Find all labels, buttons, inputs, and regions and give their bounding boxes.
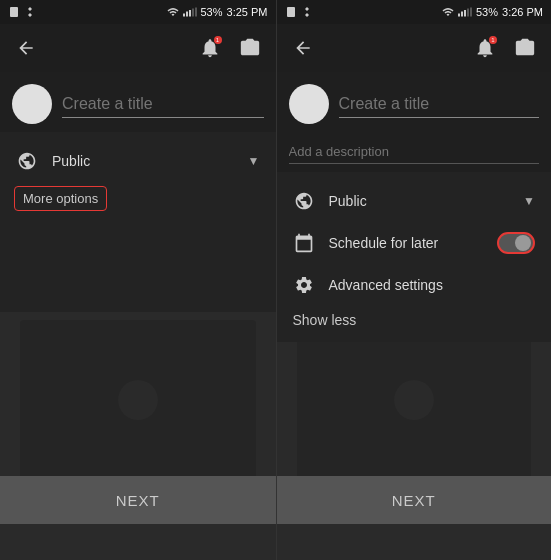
time-2: 3:26 PM <box>502 6 543 18</box>
svg-rect-0 <box>10 7 18 17</box>
action-icons-1: 1 <box>196 34 264 62</box>
description-row <box>277 132 552 172</box>
svg-rect-3 <box>189 10 191 17</box>
bluetooth-icon <box>24 6 36 18</box>
advanced-label: Advanced settings <box>329 277 536 293</box>
visibility-row-2[interactable]: Public ▼ <box>277 180 552 222</box>
camera-icon-2 <box>514 37 536 59</box>
back-icon-1 <box>16 38 36 58</box>
title-input-2[interactable] <box>339 91 540 118</box>
dropdown-arrow-1: ▼ <box>248 154 260 168</box>
dropdown-arrow-2: ▼ <box>523 194 535 208</box>
avatar-1 <box>12 84 52 124</box>
visibility-row-1[interactable]: Public ▼ <box>0 140 276 182</box>
camera-button-1[interactable] <box>236 34 264 62</box>
title-row-2 <box>277 72 552 132</box>
svg-rect-5 <box>195 8 197 17</box>
settings-icon <box>293 274 315 296</box>
svg-rect-11 <box>470 8 472 17</box>
svg-rect-8 <box>461 12 463 17</box>
globe-svg-2 <box>294 191 314 211</box>
back-icon-2 <box>293 38 313 58</box>
title-row-1 <box>0 72 276 132</box>
signal-icon <box>183 6 197 18</box>
more-options-button[interactable]: More options <box>14 186 107 211</box>
schedule-row[interactable]: Schedule for later <box>277 222 552 264</box>
battery-pct-2: 53% <box>476 6 498 18</box>
globe-svg-1 <box>17 151 37 171</box>
toggle-knob <box>515 235 531 251</box>
visibility-label-2: Public <box>329 193 510 209</box>
status-left-2 <box>285 6 313 18</box>
svg-rect-2 <box>186 12 188 17</box>
svg-rect-10 <box>467 9 469 17</box>
notif-badge-1: 1 <box>214 36 222 44</box>
show-less-button[interactable]: Show less <box>277 306 552 334</box>
svg-rect-9 <box>464 10 466 17</box>
time-1: 3:25 PM <box>227 6 268 18</box>
notif-badge-2: 1 <box>489 36 497 44</box>
svg-rect-1 <box>183 14 185 17</box>
schedule-toggle[interactable] <box>497 232 535 254</box>
notifications-button-1[interactable]: 1 <box>196 34 224 62</box>
content-2: Public ▼ Schedule for later Advanced <box>277 72 552 524</box>
battery-pct: 53% <box>201 6 223 18</box>
status-left <box>8 6 36 18</box>
back-button-2[interactable] <box>289 34 317 62</box>
camera-button-2[interactable] <box>511 34 539 62</box>
schedule-label: Schedule for later <box>329 235 484 251</box>
globe-icon-1 <box>16 150 38 172</box>
calendar-svg <box>294 233 314 253</box>
panel-2: 53% 3:26 PM 1 <box>276 0 552 560</box>
sim-icon-2 <box>285 6 297 18</box>
advanced-row[interactable]: Advanced settings <box>277 264 552 306</box>
svg-rect-4 <box>192 9 194 17</box>
panel-1: 53% 3:25 PM 1 <box>0 0 276 560</box>
status-right: 53% 3:25 PM <box>167 6 268 18</box>
action-bar-2: 1 <box>277 24 552 72</box>
next-button-2[interactable]: NEXT <box>277 476 552 524</box>
status-right-2: 53% 3:26 PM <box>442 6 543 18</box>
visibility-label-1: Public <box>52 153 234 169</box>
notifications-button-2[interactable]: 1 <box>471 34 499 62</box>
action-bar-1: 1 <box>0 24 276 72</box>
svg-rect-7 <box>458 14 460 17</box>
wifi-icon <box>167 6 179 18</box>
content-1: Public ▼ More options NEXT <box>0 72 276 524</box>
wifi-icon-2 <box>442 6 454 18</box>
avatar-2 <box>289 84 329 124</box>
options-area-2: Public ▼ Schedule for later Advanced <box>277 172 552 342</box>
back-button-1[interactable] <box>12 34 40 62</box>
status-bar-2: 53% 3:26 PM <box>277 0 552 24</box>
next-button-1[interactable]: NEXT <box>0 476 276 524</box>
camera-icon-1 <box>239 37 261 59</box>
title-input-1[interactable] <box>62 91 264 118</box>
description-input[interactable] <box>289 140 540 164</box>
bluetooth-icon-2 <box>301 6 313 18</box>
signal-icon-2 <box>458 6 472 18</box>
status-bar-1: 53% 3:25 PM <box>0 0 276 24</box>
options-area-1: Public ▼ More options <box>0 132 276 312</box>
sim-icon <box>8 6 20 18</box>
svg-rect-6 <box>287 7 295 17</box>
gear-svg <box>294 275 314 295</box>
calendar-icon <box>293 232 315 254</box>
action-icons-2: 1 <box>471 34 539 62</box>
globe-icon-2 <box>293 190 315 212</box>
